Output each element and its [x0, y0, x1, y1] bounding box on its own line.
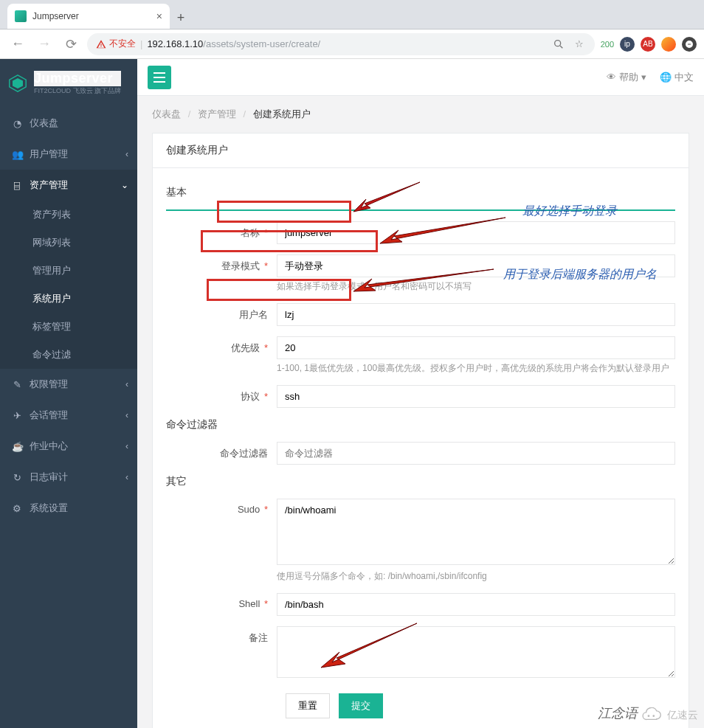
users-icon: 👥	[12, 149, 22, 160]
panel-title: 创建系统用户	[153, 134, 689, 168]
extension-count[interactable]: 200	[601, 40, 614, 49]
main-content: 👁帮助 ▾ 🌐中文 仪表盘 / 资产管理 / 创建系统用户 创建系统用户 基本 …	[137, 59, 704, 728]
sidebar-item-asset-list[interactable]: 资产列表	[0, 201, 137, 229]
reload-button[interactable]: ⟳	[61, 34, 81, 55]
name-input[interactable]	[277, 221, 675, 244]
sidebar-item-labels[interactable]: 标签管理	[0, 313, 137, 341]
chevron-left-icon: ‹	[125, 472, 128, 482]
sidebar-toggle-button[interactable]	[148, 66, 171, 89]
tab-close-icon[interactable]: ×	[156, 10, 162, 22]
history-icon: ↻	[12, 472, 22, 483]
cloud-icon	[638, 707, 663, 724]
form-panel: 创建系统用户 基本 名称 * 登录模式 * 如果选择手动登录模式，用户名和密码可…	[152, 133, 689, 728]
priority-help: 1-100, 1最低优先级，100最高优先级。授权多个用户时，高优先级的系统用户…	[277, 362, 675, 375]
sidebar-submenu-assets: 资产列表 网域列表 管理用户 系统用户 标签管理 命令过滤	[0, 201, 137, 369]
edit-icon: ✎	[12, 379, 22, 390]
back-button[interactable]: ←	[7, 34, 28, 55]
breadcrumb: 仪表盘 / 资产管理 / 创建系统用户	[137, 96, 704, 133]
browser-tab[interactable]: Jumpserver ×	[7, 4, 170, 29]
search-in-page-icon[interactable]	[552, 38, 565, 51]
extension-icon-1[interactable]: ip	[620, 37, 635, 52]
logo-icon	[7, 73, 28, 94]
hamburger-icon	[153, 72, 165, 83]
chevron-left-icon: ‹	[125, 379, 128, 389]
sudo-textarea[interactable]	[277, 499, 675, 565]
sidebar-item-admin-user[interactable]: 管理用户	[0, 257, 137, 285]
breadcrumb-assets[interactable]: 资产管理	[198, 108, 236, 119]
logo: Jumpserver FIT2CLOUD 飞致云 旗下品牌	[0, 59, 137, 108]
sidebar-item-domain-list[interactable]: 网域列表	[0, 229, 137, 257]
section-basic: 基本	[166, 186, 675, 199]
sidebar-item-ops[interactable]: ☕作业中心‹	[0, 431, 137, 462]
sidebar-item-assets[interactable]: ⌸资产管理⌄	[0, 170, 137, 201]
sidebar-item-session[interactable]: ✈会话管理‹	[0, 400, 137, 431]
sidebar-item-settings[interactable]: ⚙系统设置	[0, 493, 137, 524]
tab-title: Jumpserver	[32, 11, 151, 21]
sidebar-item-audit[interactable]: ↻日志审计‹	[0, 462, 137, 493]
breadcrumb-dashboard[interactable]: 仪表盘	[152, 108, 181, 119]
tab-favicon	[15, 10, 27, 22]
shell-input[interactable]	[277, 593, 675, 616]
username-input[interactable]	[277, 303, 675, 326]
topbar: 👁帮助 ▾ 🌐中文	[137, 59, 704, 96]
chevron-down-icon: ⌄	[121, 180, 128, 190]
svg-marker-3	[13, 78, 23, 89]
forward-button[interactable]: →	[34, 34, 55, 55]
inbox-icon: ⌸	[12, 180, 22, 191]
eye-icon: 👁	[607, 72, 616, 83]
svg-point-5	[652, 715, 655, 717]
sidebar: Jumpserver FIT2CLOUD 飞致云 旗下品牌 ◔仪表盘 👥用户管理…	[0, 59, 137, 728]
rocket-icon: ✈	[12, 410, 22, 421]
breadcrumb-current: 创建系统用户	[253, 108, 311, 119]
svg-line-1	[560, 46, 562, 48]
coffee-icon: ☕	[12, 441, 22, 452]
extension-icon-3[interactable]	[682, 37, 697, 52]
remark-textarea[interactable]	[277, 626, 675, 678]
sidebar-item-users[interactable]: 👥用户管理‹	[0, 139, 137, 170]
browser-tab-strip: Jumpserver × +	[0, 0, 704, 30]
language-toggle[interactable]: 🌐中文	[660, 71, 694, 84]
section-filter: 命令过滤器	[166, 418, 675, 431]
priority-input[interactable]	[277, 336, 675, 359]
insecure-warning: 不安全	[96, 38, 136, 50]
gauge-icon: ◔	[12, 118, 22, 129]
cmd-filter-select[interactable]	[277, 442, 675, 465]
new-tab-button[interactable]: +	[170, 7, 192, 29]
globe-icon: 🌐	[660, 72, 672, 83]
chevron-left-icon: ‹	[125, 410, 128, 420]
gear-icon: ⚙	[12, 503, 22, 514]
sidebar-item-dashboard[interactable]: ◔仪表盘	[0, 108, 137, 139]
extension-icon-abp[interactable]: AB	[641, 37, 655, 52]
sidebar-item-perms[interactable]: ✎权限管理‹	[0, 369, 137, 400]
chevron-left-icon: ‹	[125, 441, 128, 451]
browser-toolbar: ← → ⟳ 不安全 | 192.168.1.10/assets/system-u…	[0, 30, 704, 59]
brand-watermark: 亿速云	[638, 707, 698, 724]
bookmark-icon[interactable]: ☆	[573, 38, 586, 51]
url-text: 192.168.1.10/assets/system-user/create/	[147, 38, 320, 49]
watermark: 江念语	[598, 704, 638, 722]
reset-button[interactable]: 重置	[286, 693, 330, 718]
login-mode-select[interactable]	[277, 254, 675, 277]
extension-icon-2[interactable]	[661, 37, 676, 52]
sidebar-item-system-user[interactable]: 系统用户	[0, 285, 137, 313]
svg-point-4	[648, 715, 650, 717]
section-other: 其它	[166, 475, 675, 488]
chevron-left-icon: ‹	[125, 149, 128, 159]
submit-button[interactable]: 提交	[339, 693, 383, 718]
sidebar-item-cmd-filter[interactable]: 命令过滤	[0, 341, 137, 369]
sudo-help: 使用逗号分隔多个命令，如: /bin/whoami,/sbin/ifconfig	[277, 570, 675, 583]
address-bar[interactable]: 不安全 | 192.168.1.10/assets/system-user/cr…	[87, 33, 595, 55]
svg-point-0	[554, 40, 560, 46]
protocol-select[interactable]	[277, 385, 675, 408]
warning-icon	[96, 39, 106, 49]
login-mode-help: 如果选择手动登录模式，用户名和密码可以不填写	[277, 280, 675, 293]
help-link[interactable]: 👁帮助 ▾	[607, 71, 646, 84]
